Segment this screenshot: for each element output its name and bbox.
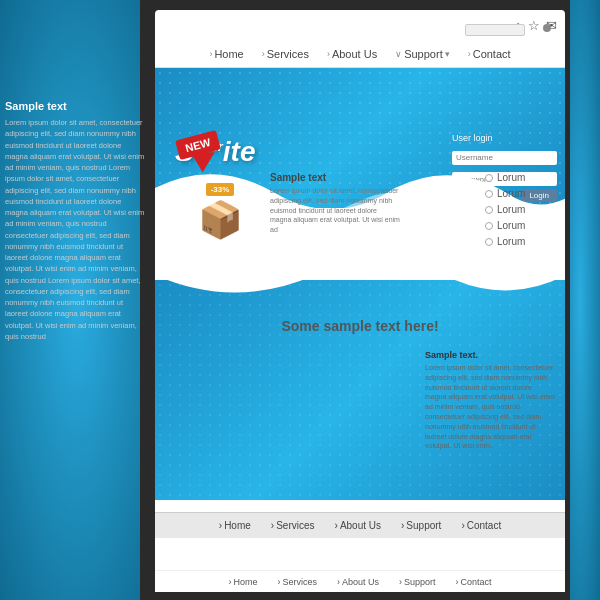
nav-contact-label: Contact — [473, 48, 511, 60]
nav-contact-arrow: › — [468, 49, 471, 59]
left-sample-body: Lorem ipsum dolor sit amet, consectetuer… — [5, 117, 145, 342]
vb-nav-about[interactable]: › About Us — [331, 575, 385, 589]
nav-services[interactable]: › Services — [256, 46, 315, 62]
list-item: Lorum — [485, 188, 555, 199]
left-sample-text-block: Sample text Lorem ipsum dolor sit amet, … — [5, 100, 145, 342]
big-sample-text: Some sample text here! — [155, 318, 565, 334]
list-item: Lorum — [485, 172, 555, 183]
nav-support-arrow: ∨ — [395, 49, 402, 59]
sample-text-mid: Sample text Lorem ipsum dolor sit amet, … — [270, 172, 400, 235]
bottom-arrow-about: › — [335, 520, 338, 531]
vb-nav-support-label: Support — [404, 577, 436, 587]
nav-about-label: About Us — [332, 48, 377, 60]
bottom-arrow-services: › — [271, 520, 274, 531]
list-item: Lorum — [485, 236, 555, 247]
vb-nav-support[interactable]: › Support — [393, 575, 442, 589]
nav-home[interactable]: › Home — [203, 46, 249, 62]
vb-nav-services[interactable]: › Services — [271, 575, 323, 589]
price-tag: -33% — [206, 183, 235, 196]
nav-about[interactable]: › About Us — [321, 46, 383, 62]
bottom-nav-home[interactable]: › Home — [213, 518, 257, 533]
bottom-nav-support-label: Support — [406, 520, 441, 531]
list-label-2: Lorum — [497, 188, 525, 199]
new-badge-label: NEW — [175, 130, 220, 160]
product-box: -33% 📦 — [185, 178, 255, 241]
bottom-nav-services-label: Services — [276, 520, 314, 531]
list-label-5: Lorum — [497, 236, 525, 247]
vb-nav-about-label: About Us — [342, 577, 379, 587]
bottom-nav-home-label: Home — [224, 520, 251, 531]
list-items-block: Lorum Lorum Lorum Lorum Lorum — [485, 172, 555, 252]
list-item: Lorum — [485, 204, 555, 215]
nav-support[interactable]: ∨ Support — [389, 46, 456, 62]
list-dot-1 — [485, 174, 493, 182]
search-icon[interactable] — [543, 24, 551, 32]
vb-nav-contact-label: Contact — [461, 577, 492, 587]
nav-services-label: Services — [267, 48, 309, 60]
bottom-arrow-home: › — [219, 520, 222, 531]
nav-home-label: Home — [214, 48, 243, 60]
user-login-title: User login — [452, 133, 557, 143]
vb-nav-home-label: Home — [233, 577, 257, 587]
bottom-nav-about-label: About Us — [340, 520, 381, 531]
nav-about-arrow: › — [327, 49, 330, 59]
very-bottom-nav: › Home › Services › About Us › Support ›… — [155, 570, 565, 592]
box-icon: 📦 — [185, 199, 255, 241]
list-label-4: Lorum — [497, 220, 525, 231]
bottom-nav-bar: › Home › Services › About Us › Support ›… — [155, 512, 565, 538]
nav-services-arrow: › — [262, 49, 265, 59]
vb-nav-home[interactable]: › Home — [222, 575, 263, 589]
nav-contact[interactable]: › Contact — [462, 46, 517, 62]
list-dot-2 — [485, 190, 493, 198]
list-label-1: Lorum — [497, 172, 525, 183]
bottom-arrow-contact: › — [461, 520, 464, 531]
bottom-nav-contact[interactable]: › Contact — [455, 518, 507, 533]
bottom-nav-contact-label: Contact — [467, 520, 501, 531]
main-content-area: ⌂ ☆ ✉ › Home › Services › About Us ∨ Sup… — [155, 10, 565, 590]
bottom-right-title: Sample text. — [425, 350, 555, 360]
nav-home-arrow: › — [209, 49, 212, 59]
search-bar[interactable] — [465, 24, 525, 36]
vb-nav-contact[interactable]: › Contact — [450, 575, 498, 589]
list-item: Lorum — [485, 220, 555, 231]
top-nav-bar: › Home › Services › About Us ∨ Support ›… — [155, 40, 565, 68]
bottom-arrow-support: › — [401, 520, 404, 531]
bottom-right-body: Lorem ipsum dolor sit amet, consectetuer… — [425, 363, 555, 451]
sample-text-mid-title: Sample text — [270, 172, 400, 183]
bottom-nav-services[interactable]: › Services — [265, 518, 321, 533]
nav-support-label: Support — [404, 48, 443, 60]
list-dot-4 — [485, 222, 493, 230]
bottom-nav-about[interactable]: › About Us — [329, 518, 387, 533]
left-sample-title: Sample text — [5, 100, 145, 112]
vb-nav-services-label: Services — [282, 577, 317, 587]
star-icon[interactable]: ☆ — [528, 18, 540, 33]
bottom-nav-support[interactable]: › Support — [395, 518, 447, 533]
bottom-right-block: Sample text. Lorem ipsum dolor sit amet,… — [425, 350, 555, 451]
list-label-3: Lorum — [497, 204, 525, 215]
list-dot-3 — [485, 206, 493, 214]
list-dot-5 — [485, 238, 493, 246]
sample-text-mid-body: Lorem ipsum dolor sit amet, consectetuer… — [270, 186, 400, 235]
wave-bottom — [155, 250, 565, 310]
